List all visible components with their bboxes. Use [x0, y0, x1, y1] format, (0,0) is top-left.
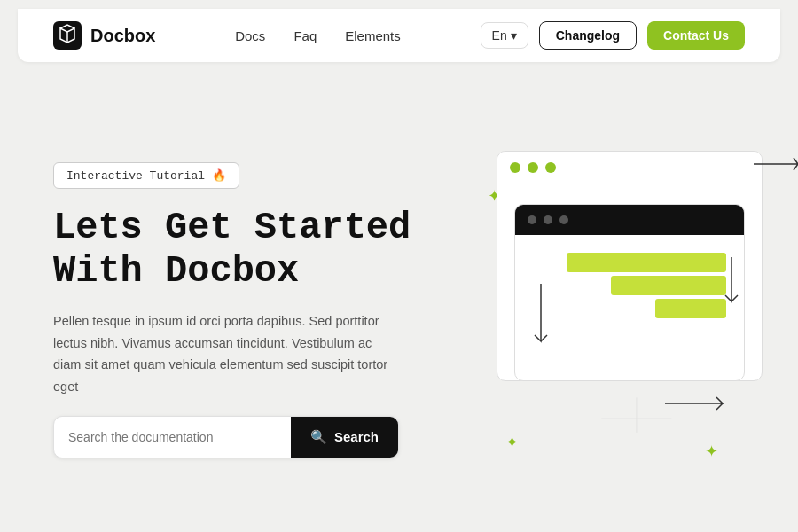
search-icon: 🔍	[310, 429, 327, 445]
nav-elements[interactable]: Elements	[345, 28, 401, 43]
language-selector[interactable]: En ▾	[481, 22, 528, 49]
nav-links: Docs Faq Elements	[235, 28, 401, 43]
arrow-down-right	[718, 257, 745, 310]
navbar: Docbox Docs Faq Elements En ▾ Changelog …	[18, 9, 780, 62]
sparkle-icon-4: ✦	[705, 442, 718, 461]
arrow-top	[754, 151, 798, 177]
window-dark-dot-3	[559, 215, 568, 224]
left-panel: Interactive Tutorial 🔥 Lets Get Started …	[53, 162, 443, 458]
window-dot-2	[528, 162, 538, 173]
stair-step-1	[567, 253, 726, 272]
hero-description: Pellen tesque in ipsum id orci porta dap…	[53, 310, 399, 398]
logo-icon	[53, 21, 82, 50]
window-dark-dot-2	[544, 215, 552, 224]
hero-title: Lets Get Started With Docbox	[53, 207, 443, 293]
window-dark-dot-1	[528, 215, 536, 224]
hero-title-line2: With Docbox	[53, 250, 299, 293]
chevron-down-icon: ▾	[511, 28, 517, 43]
window-titlebar-green	[497, 152, 762, 184]
lang-label: En	[492, 28, 507, 43]
nav-docs[interactable]: Docs	[235, 28, 265, 43]
search-button-label: Search	[334, 429, 379, 444]
search-button[interactable]: 🔍 Search	[291, 417, 398, 458]
window-dot-1	[510, 162, 520, 173]
logo[interactable]: Docbox	[53, 21, 155, 50]
stair-step-3	[655, 299, 726, 318]
main-content: Interactive Tutorial 🔥 Lets Get Started …	[0, 62, 798, 523]
window-dot-3	[545, 162, 556, 173]
changelog-button[interactable]: Changelog	[539, 21, 637, 50]
arrow-right-bottom	[665, 390, 736, 417]
nav-right: En ▾ Changelog Contact Us	[481, 21, 745, 50]
search-input[interactable]	[54, 418, 291, 457]
window-titlebar-dark	[515, 205, 744, 235]
hero-title-line1: Lets Get Started	[53, 207, 411, 249]
search-bar: 🔍 Search	[53, 416, 399, 458]
contact-button[interactable]: Contact Us	[647, 21, 745, 50]
badge-text: Interactive Tutorial 🔥	[66, 168, 226, 183]
illustration-panel: ✦ ✦ ✦ ✦	[479, 133, 745, 488]
logo-text: Docbox	[90, 26, 155, 46]
stair-step-2	[611, 276, 726, 295]
sparkle-icon-3: ✦	[505, 433, 519, 452]
arrow-down-left	[528, 284, 554, 355]
nav-faq[interactable]: Faq	[293, 28, 317, 43]
tutorial-badge: Interactive Tutorial 🔥	[53, 162, 239, 189]
